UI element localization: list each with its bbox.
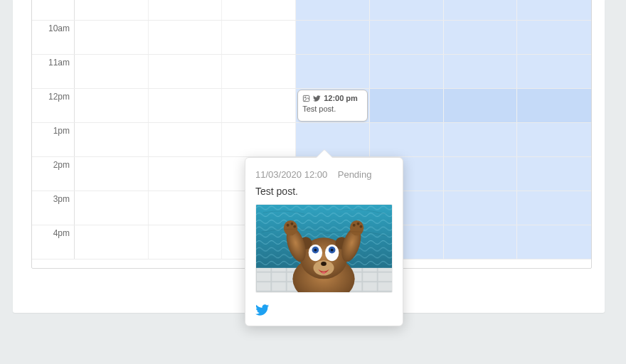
popover-meta: 11/03/2020 12:00 Pending bbox=[255, 169, 393, 180]
svg-point-19 bbox=[321, 262, 327, 266]
svg-point-27 bbox=[353, 224, 356, 227]
hour-row: 1pm bbox=[32, 123, 591, 157]
day-cell[interactable] bbox=[517, 123, 591, 156]
day-cell[interactable] bbox=[149, 21, 223, 54]
svg-point-16 bbox=[314, 249, 317, 252]
twitter-icon bbox=[313, 95, 321, 102]
day-cell[interactable] bbox=[222, 55, 296, 88]
day-cell[interactable] bbox=[517, 191, 591, 225]
svg-point-29 bbox=[359, 225, 362, 228]
day-cell[interactable] bbox=[222, 0, 296, 20]
hour-label: 12pm bbox=[32, 89, 75, 122]
day-cell[interactable] bbox=[149, 0, 223, 20]
hour-label: 1pm bbox=[32, 123, 75, 156]
day-cell[interactable] bbox=[296, 55, 370, 88]
svg-point-23 bbox=[350, 220, 364, 235]
day-cell[interactable] bbox=[370, 0, 444, 20]
day-cell[interactable] bbox=[75, 21, 149, 54]
day-cell[interactable] bbox=[370, 123, 444, 156]
day-cell[interactable] bbox=[444, 89, 518, 122]
day-cell[interactable] bbox=[370, 89, 444, 122]
svg-point-17 bbox=[331, 249, 334, 252]
hour-label: 3pm bbox=[32, 191, 75, 225]
hour-label: 10am bbox=[32, 21, 75, 54]
day-cell[interactable] bbox=[296, 123, 370, 156]
hour-label: 11am bbox=[32, 55, 75, 88]
day-cell[interactable] bbox=[370, 21, 444, 54]
day-cell[interactable] bbox=[517, 157, 591, 191]
svg-point-24 bbox=[287, 224, 290, 227]
day-cell[interactable] bbox=[149, 55, 223, 88]
day-cell[interactable] bbox=[444, 21, 518, 54]
day-cell[interactable] bbox=[444, 225, 518, 259]
day-cell[interactable] bbox=[222, 21, 296, 54]
svg-point-22 bbox=[284, 220, 297, 235]
day-cell[interactable] bbox=[222, 123, 296, 156]
hour-label: 9am bbox=[32, 0, 75, 20]
day-cell[interactable] bbox=[444, 55, 518, 88]
event-popover: 11/03/2020 12:00 Pending Test post. bbox=[245, 157, 403, 326]
day-cell[interactable] bbox=[296, 21, 370, 54]
popover-attachment-image[interactable] bbox=[255, 204, 393, 293]
day-cell[interactable] bbox=[149, 123, 223, 156]
popover-status: Pending bbox=[338, 169, 372, 180]
day-cell[interactable] bbox=[517, 225, 591, 259]
day-cell[interactable] bbox=[444, 123, 518, 156]
twitter-icon[interactable] bbox=[255, 303, 393, 317]
day-cell[interactable]: 12:00 pmTest post. bbox=[296, 89, 370, 122]
day-cell[interactable] bbox=[75, 225, 149, 259]
day-cell[interactable] bbox=[444, 191, 518, 225]
day-cell[interactable] bbox=[75, 55, 149, 88]
day-cell[interactable] bbox=[149, 89, 223, 122]
day-cell[interactable] bbox=[149, 191, 223, 225]
hour-label: 4pm bbox=[32, 225, 75, 259]
popover-time: 12:00 bbox=[304, 169, 328, 180]
day-cell[interactable] bbox=[75, 89, 149, 122]
hour-row: 12pm12:00 pmTest post. bbox=[32, 89, 591, 123]
day-cell[interactable] bbox=[75, 191, 149, 225]
event-body: Test post. bbox=[302, 104, 363, 114]
day-cell[interactable] bbox=[517, 21, 591, 54]
day-cell[interactable] bbox=[75, 0, 149, 20]
day-cell[interactable] bbox=[75, 157, 149, 191]
day-cell[interactable] bbox=[149, 157, 223, 191]
day-cell[interactable] bbox=[149, 225, 223, 259]
popover-date: 11/03/2020 bbox=[255, 169, 302, 180]
svg-point-26 bbox=[293, 225, 296, 228]
svg-point-1 bbox=[304, 97, 306, 98]
day-cell[interactable] bbox=[370, 55, 444, 88]
svg-point-28 bbox=[357, 223, 360, 225]
hour-row: 11am bbox=[32, 55, 591, 89]
calendar-event[interactable]: 12:00 pmTest post. bbox=[297, 90, 368, 122]
day-cell[interactable] bbox=[517, 0, 591, 20]
popover-body: Test post. bbox=[255, 186, 393, 197]
day-cell[interactable] bbox=[444, 0, 518, 20]
day-cell[interactable] bbox=[222, 89, 296, 122]
svg-point-25 bbox=[290, 223, 293, 225]
day-cell[interactable] bbox=[517, 55, 591, 88]
hour-row: 10am bbox=[32, 21, 591, 55]
image-icon bbox=[302, 95, 310, 102]
event-time: 12:00 pm bbox=[324, 93, 358, 104]
day-cell[interactable] bbox=[517, 89, 591, 122]
day-cell[interactable] bbox=[296, 0, 370, 20]
hour-row: 9am bbox=[32, 0, 591, 21]
day-cell[interactable] bbox=[444, 157, 518, 191]
day-cell[interactable] bbox=[75, 123, 149, 156]
hour-label: 2pm bbox=[32, 157, 75, 191]
